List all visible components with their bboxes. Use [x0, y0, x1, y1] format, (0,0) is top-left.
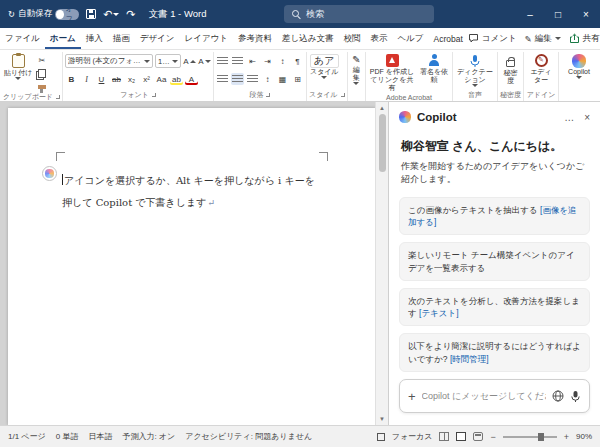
- zoom-in-icon[interactable]: +: [564, 432, 569, 442]
- line-spacing-button[interactable]: ↕: [261, 73, 274, 85]
- save-button[interactable]: [86, 9, 96, 19]
- copilot-margin-button[interactable]: [42, 166, 57, 181]
- autosave-switch[interactable]: オフ: [55, 9, 79, 20]
- editing-dropdown-icon2[interactable]: [353, 82, 359, 85]
- subscript-button[interactable]: x₂: [125, 73, 138, 85]
- document-body[interactable]: アイコンを選択するか、Alt キーを押しながら i キーを押して Copilot…: [62, 170, 324, 214]
- align-center-button[interactable]: [231, 73, 244, 85]
- suggestion-card-analyze-text[interactable]: 次のテキストを分析し、改善方法を提案します [テキスト]: [399, 288, 590, 327]
- editing-button[interactable]: ✎ 編集: [350, 53, 363, 86]
- web-layout-icon[interactable]: [473, 432, 483, 441]
- maximize-button[interactable]: □: [544, 0, 572, 28]
- dictation-dropdown-icon[interactable]: [472, 84, 478, 87]
- paragraph-dialog-launcher-icon[interactable]: [266, 93, 270, 97]
- styles-button[interactable]: あア スタイル: [309, 53, 340, 80]
- scroll-down-icon[interactable]: ▼: [379, 413, 385, 425]
- prediction-indicator[interactable]: 予測入力: オン: [122, 431, 175, 442]
- bold-button[interactable]: B: [65, 73, 78, 85]
- autosave-toggle[interactable]: ↻ 自動保存 オフ: [8, 8, 79, 20]
- tab-mailings[interactable]: 差し込み文書: [277, 28, 338, 49]
- copy-button[interactable]: [35, 67, 48, 79]
- superscript-button[interactable]: x²: [140, 73, 153, 85]
- styles-dialog-launcher-icon[interactable]: [341, 93, 345, 97]
- tab-layout[interactable]: レイアウト: [180, 28, 234, 49]
- share-button[interactable]: 共有: [569, 33, 600, 45]
- tab-insert[interactable]: 挿入: [81, 28, 108, 49]
- tab-file[interactable]: ファイル: [0, 28, 45, 49]
- dictation-button[interactable]: ディクテーション: [455, 53, 495, 88]
- tab-references[interactable]: 参考資料: [233, 28, 277, 49]
- request-signatures-button[interactable]: 署名を依頼: [418, 53, 450, 85]
- tab-design[interactable]: デザイン: [135, 28, 180, 49]
- redo-button[interactable]: ↷: [126, 8, 135, 21]
- align-right-button[interactable]: [246, 73, 259, 85]
- tab-review[interactable]: 校閲: [338, 28, 365, 49]
- borders-button[interactable]: ⊞: [291, 73, 304, 85]
- editing-mode-button[interactable]: ✎ 編集: [525, 33, 561, 45]
- numbering-button[interactable]: [231, 55, 244, 67]
- search-box[interactable]: 検索: [284, 5, 434, 23]
- paste-button[interactable]: 貼り付け: [3, 53, 33, 81]
- show-paragraph-marks-button[interactable]: ¶: [291, 55, 304, 67]
- font-name-select[interactable]: 游明朝 (本文のフォント - 日本: [65, 54, 153, 68]
- zoom-out-icon[interactable]: −: [490, 432, 495, 442]
- shrink-font-button[interactable]: A: [198, 55, 211, 67]
- highlight-button[interactable]: ab: [170, 73, 183, 85]
- undo-dropdown-icon[interactable]: [113, 13, 119, 16]
- document-page[interactable]: アイコンを選択するか、Alt キーを押しながら i キーを押して Copilot…: [8, 108, 376, 425]
- copilot-chat-input[interactable]: + Copilot にメッセージしてくださ: [399, 379, 590, 413]
- focus-button[interactable]: フォーカス: [392, 431, 433, 442]
- globe-icon[interactable]: [552, 390, 564, 402]
- zoom-slider-thumb[interactable]: [538, 433, 544, 441]
- vertical-scrollbar[interactable]: ▲ ▼: [375, 102, 388, 425]
- suggestion-card-team-events[interactable]: 楽しいリモート チーム構築イベントのアイデアを一覧表示する: [399, 242, 590, 281]
- card-link-text[interactable]: [テキスト]: [419, 308, 459, 318]
- font-dialog-launcher-icon[interactable]: [152, 93, 156, 97]
- indent-button[interactable]: ⇥: [261, 55, 274, 67]
- scroll-up-icon[interactable]: ▲: [379, 102, 385, 114]
- tab-home[interactable]: ホーム: [45, 28, 81, 49]
- sensitivity-button[interactable]: 秘密度: [500, 53, 521, 86]
- read-mode-icon[interactable]: [439, 432, 449, 441]
- sort-button[interactable]: ↕: [276, 55, 289, 67]
- more-options-icon[interactable]: …: [564, 112, 574, 123]
- format-painter-button[interactable]: [35, 80, 48, 92]
- page-indicator[interactable]: 1/1 ページ: [8, 431, 46, 442]
- tab-help[interactable]: ヘルプ: [392, 28, 428, 49]
- close-panel-icon[interactable]: ×: [584, 112, 590, 123]
- chat-mic-icon[interactable]: [570, 390, 581, 403]
- word-count[interactable]: 0 単語: [56, 431, 79, 442]
- cut-button[interactable]: ✂: [35, 54, 48, 66]
- comments-button[interactable]: コメント: [468, 33, 517, 45]
- styles-dropdown-icon[interactable]: [321, 76, 327, 79]
- zoom-slider[interactable]: [503, 436, 557, 438]
- shading-button[interactable]: ▦: [276, 73, 289, 85]
- outdent-button[interactable]: ⇤: [246, 55, 259, 67]
- clipboard-dialog-launcher-icon[interactable]: [56, 95, 60, 99]
- italic-button[interactable]: I: [80, 73, 93, 85]
- add-content-icon[interactable]: +: [408, 389, 416, 404]
- editor-button[interactable]: ✎ エディター: [526, 53, 556, 85]
- language-indicator[interactable]: 日本語: [88, 431, 112, 442]
- close-button[interactable]: ×: [572, 0, 600, 28]
- paste-dropdown-icon[interactable]: [15, 77, 21, 80]
- copilot-dropdown-icon[interactable]: [576, 76, 582, 79]
- create-pdf-button[interactable]: PDF を作成してリンクを共有: [368, 53, 416, 93]
- underline-button[interactable]: U: [95, 73, 108, 85]
- undo-button[interactable]: ↶: [103, 8, 119, 21]
- change-case-button[interactable]: Aa: [155, 73, 168, 85]
- strikethrough-button[interactable]: ab: [110, 73, 123, 85]
- suggestion-card-extract-text[interactable]: この画像からテキストを抽出する [画像を追加する]: [399, 197, 590, 236]
- grow-font-button[interactable]: A: [183, 55, 196, 67]
- accessibility-status[interactable]: アクセシビリティ: 問題ありません: [185, 431, 312, 442]
- card-link-time-management[interactable]: [時間管理]: [450, 354, 489, 364]
- bullets-button[interactable]: [216, 55, 229, 67]
- copilot-ribbon-button[interactable]: Copilot: [561, 53, 597, 80]
- suggestion-card-simplify[interactable]: 以下をより簡潔に説明するにはどうすればよいですか? [時間管理]: [399, 333, 590, 372]
- tab-view[interactable]: 表示: [365, 28, 392, 49]
- tab-draw[interactable]: 描画: [108, 28, 135, 49]
- font-size-select[interactable]: 10.5: [155, 54, 181, 68]
- font-color-button[interactable]: A: [185, 73, 198, 85]
- align-left-button[interactable]: [216, 73, 229, 85]
- scrollbar-thumb[interactable]: [379, 114, 386, 172]
